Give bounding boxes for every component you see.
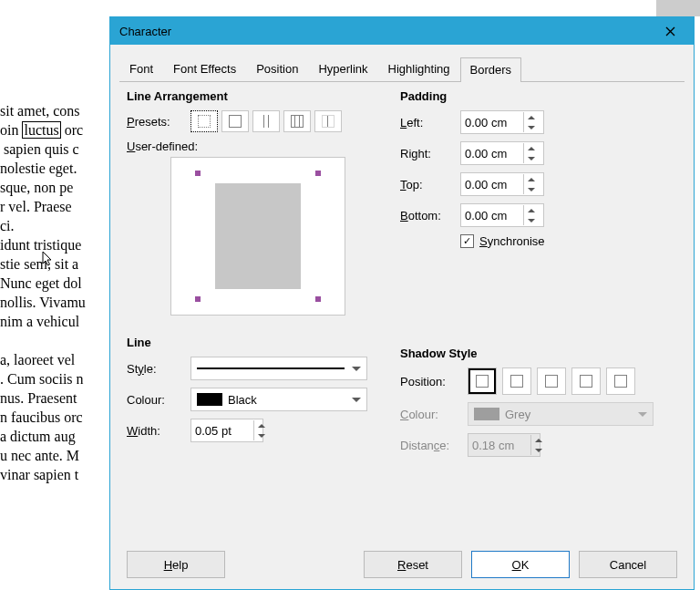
padding-bottom-label: Bottom: bbox=[400, 209, 460, 223]
padding-top-input[interactable] bbox=[461, 174, 523, 194]
preset-boxed-pair[interactable] bbox=[283, 110, 311, 132]
shadow-position-label: Position: bbox=[400, 375, 468, 388]
colour-swatch bbox=[474, 408, 499, 420]
preview-handle[interactable] bbox=[195, 171, 201, 176]
tab-font[interactable]: Font bbox=[119, 57, 163, 81]
line-arrangement-title: Line Arrangement bbox=[127, 89, 382, 103]
chevron-down-icon bbox=[638, 412, 647, 417]
preset-inner[interactable] bbox=[314, 110, 342, 132]
padding-bottom-spinner[interactable] bbox=[460, 203, 544, 227]
shadow-pos-2[interactable] bbox=[502, 367, 531, 395]
preview-inner-rect bbox=[215, 183, 301, 289]
chevron-down-icon bbox=[352, 398, 361, 402]
padding-right-input[interactable] bbox=[461, 143, 523, 163]
padding-right-spinner[interactable] bbox=[460, 141, 544, 165]
doc-line: a, laoreet vel bbox=[0, 352, 78, 367]
help-button[interactable]: Help bbox=[127, 551, 225, 578]
doc-line: sque, non pe bbox=[0, 180, 73, 195]
preview-handle[interactable] bbox=[315, 171, 321, 176]
doc-line: nolestie eget. bbox=[0, 160, 77, 176]
doc-line: u nec ante. M bbox=[0, 448, 79, 463]
spin-up[interactable] bbox=[254, 420, 269, 430]
spin-down bbox=[531, 445, 546, 455]
padding-bottom-input[interactable] bbox=[461, 205, 523, 225]
tab-borders[interactable]: Borders bbox=[460, 57, 522, 82]
padding-left-input[interactable] bbox=[461, 112, 523, 132]
doc-line: ci. bbox=[0, 218, 15, 233]
line-width-spinner[interactable] bbox=[190, 419, 263, 442]
doc-boxed-word: luctus bbox=[22, 121, 60, 139]
character-dialog: Character Font Font Effects Position Hyp… bbox=[109, 16, 695, 590]
padding-top-spinner[interactable] bbox=[460, 172, 544, 196]
doc-line: orc bbox=[61, 122, 83, 138]
preview-handle[interactable] bbox=[195, 296, 201, 302]
shadow-pos-5[interactable] bbox=[606, 367, 635, 395]
user-defined-preview[interactable] bbox=[170, 157, 345, 316]
padding-left-spinner[interactable] bbox=[460, 110, 544, 134]
close-button[interactable] bbox=[654, 18, 686, 44]
tab-font-effects[interactable]: Font Effects bbox=[163, 57, 246, 81]
doc-line: sit amet, cons bbox=[0, 103, 80, 119]
padding-right-label: Right: bbox=[400, 147, 460, 160]
line-colour-value: Black bbox=[228, 393, 257, 407]
shadow-colour-value: Grey bbox=[505, 408, 530, 421]
doc-line: stie sem, sit a bbox=[0, 256, 78, 272]
tab-highlighting[interactable]: Highlighting bbox=[378, 57, 460, 81]
colour-swatch bbox=[197, 393, 222, 406]
presets-label: Presets: bbox=[127, 115, 190, 129]
line-style-combo[interactable] bbox=[190, 357, 367, 380]
doc-line: nollis. Vivamu bbox=[0, 295, 86, 310]
shadow-pos-4[interactable] bbox=[571, 367, 601, 395]
tab-position[interactable]: Position bbox=[246, 57, 308, 81]
ok-button[interactable]: OK bbox=[471, 551, 570, 578]
shadow-distance-input bbox=[468, 435, 530, 455]
line-width-input[interactable] bbox=[191, 420, 253, 440]
doc-line: . Cum sociis n bbox=[0, 371, 84, 387]
shadow-style-title: Shadow Style bbox=[400, 347, 674, 360]
line-width-label: Width: bbox=[127, 424, 190, 438]
synchronise-checkbox[interactable]: ✓ bbox=[460, 234, 474, 248]
shadow-distance-label: Distance: bbox=[400, 439, 468, 452]
spin-up[interactable] bbox=[524, 112, 539, 122]
dialog-footer: Help Reset OK Cancel bbox=[110, 540, 694, 589]
doc-line: Nunc eget dol bbox=[0, 275, 82, 291]
line-style-preview bbox=[197, 367, 345, 369]
spin-down[interactable] bbox=[524, 184, 539, 194]
spin-up[interactable] bbox=[524, 205, 539, 215]
tab-content: Line Arrangement Presets: User-defined: bbox=[110, 82, 694, 95]
spin-up bbox=[531, 435, 546, 445]
reset-button[interactable]: Reset bbox=[364, 551, 462, 578]
synchronise-label: Synchronise bbox=[479, 234, 545, 248]
shadow-colour-label: Colour: bbox=[400, 408, 468, 421]
cancel-button[interactable]: Cancel bbox=[579, 551, 677, 578]
spin-down[interactable] bbox=[524, 122, 539, 132]
tab-hyperlink[interactable]: Hyperlink bbox=[308, 57, 377, 81]
dialog-title: Character bbox=[119, 25, 654, 38]
doc-line: nim a vehicul bbox=[0, 314, 79, 329]
preset-left-right[interactable] bbox=[252, 110, 280, 132]
doc-line: n faucibus orc bbox=[0, 409, 83, 425]
shadow-pos-3[interactable] bbox=[537, 367, 566, 395]
line-title: Line bbox=[127, 336, 382, 349]
spin-up[interactable] bbox=[524, 143, 539, 153]
preview-handle[interactable] bbox=[315, 296, 321, 302]
spin-down[interactable] bbox=[254, 430, 269, 440]
doc-line: nus. Praesent bbox=[0, 390, 77, 406]
doc-line: sapien quis c bbox=[0, 141, 79, 157]
preset-none[interactable] bbox=[190, 110, 218, 132]
spin-down[interactable] bbox=[524, 215, 539, 225]
shadow-pos-none[interactable] bbox=[468, 367, 497, 395]
line-colour-combo[interactable]: Black bbox=[190, 388, 367, 411]
shadow-distance-spinner bbox=[468, 433, 540, 457]
doc-line: oin bbox=[0, 122, 22, 138]
doc-line: vinar sapien t bbox=[0, 467, 78, 482]
padding-title: Padding bbox=[400, 89, 674, 103]
spin-up[interactable] bbox=[524, 174, 539, 184]
tab-strip: Font Font Effects Position Hyperlink Hig… bbox=[119, 54, 685, 82]
preset-box[interactable] bbox=[221, 110, 249, 132]
titlebar[interactable]: Character bbox=[110, 17, 694, 45]
shadow-colour-combo: Grey bbox=[468, 402, 654, 426]
spin-down[interactable] bbox=[524, 153, 539, 163]
chevron-down-icon bbox=[352, 367, 361, 371]
check-icon: ✓ bbox=[463, 236, 471, 246]
